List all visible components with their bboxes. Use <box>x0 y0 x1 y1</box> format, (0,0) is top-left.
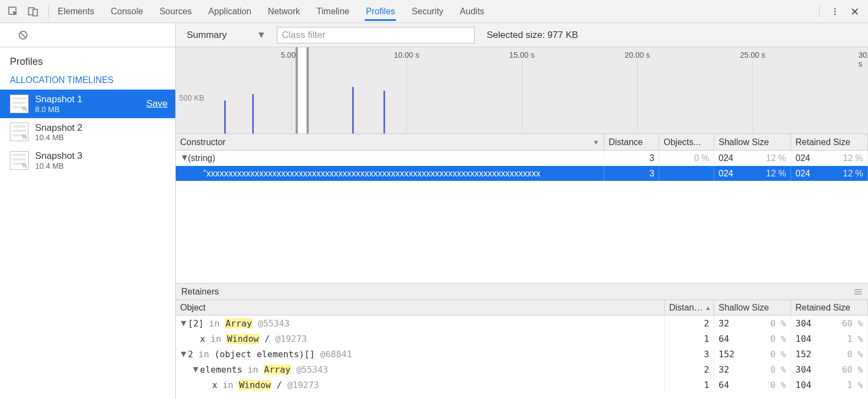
tab-audits[interactable]: Audits <box>459 2 485 21</box>
snapshot-name: Snapshot 1 <box>35 94 82 105</box>
snapshot-thumb-icon <box>10 95 29 113</box>
timeline-y-label: 500 KB <box>179 93 204 102</box>
device-toggle-icon[interactable] <box>25 4 41 19</box>
kebab-menu-icon[interactable] <box>827 4 843 19</box>
shallow-cell: 02412 % <box>714 151 791 165</box>
allocation-bar <box>224 101 226 134</box>
sort-indicator-icon: ▼ <box>593 138 599 146</box>
retainer-object: [2] in Array @55343 <box>188 318 290 329</box>
ret-distance-cell: 1 <box>665 377 714 392</box>
retainers-title: Retainers <box>176 284 868 300</box>
retainer-row[interactable]: ▼[2] in Array @553432320 %30460 % <box>176 315 868 331</box>
col-constructor[interactable]: Constructor▼ <box>176 134 604 150</box>
snapshot-thumb-icon <box>10 123 29 141</box>
drawer-menu-icon[interactable] <box>854 289 863 295</box>
selected-size-label: Selected size: 977 KB <box>487 30 578 41</box>
chevron-down-icon: ▼ <box>257 30 266 41</box>
col-retained[interactable]: Retained Size <box>791 134 868 150</box>
disclosure-triangle-icon[interactable]: ▼ <box>180 318 187 328</box>
retainer-row[interactable]: ▼2 in (object elements)[] @6884131520 %1… <box>176 346 868 362</box>
objects-cell <box>659 166 714 181</box>
ret-shallow-cell: 640 % <box>714 377 791 392</box>
ret-shallow-cell: 1520 % <box>714 346 791 362</box>
ret-shallow-cell: 640 % <box>714 331 791 346</box>
retainer-object: x in Window / @19273 <box>200 334 307 344</box>
retainer-object: 2 in (object elements)[] @68841 <box>188 349 352 359</box>
svg-point-4 <box>834 10 836 12</box>
snapshot-item[interactable]: Snapshot 3 10.4 MB <box>0 146 175 175</box>
retained-cell: 02412 % <box>791 166 868 181</box>
devtools-tabs: ElementsConsoleSourcesApplicationNetwork… <box>57 2 486 21</box>
ret-col-object[interactable]: Object <box>176 300 665 315</box>
tab-sources[interactable]: Sources <box>158 2 193 21</box>
ret-col-retained[interactable]: Retained Size <box>791 300 868 315</box>
ret-retained-cell: 1041 % <box>791 331 868 346</box>
svg-point-5 <box>834 13 836 15</box>
allocation-bar <box>352 87 354 134</box>
timeline-selection[interactable] <box>296 47 309 134</box>
close-icon[interactable] <box>847 4 863 19</box>
tab-network[interactable]: Network <box>266 2 301 21</box>
ret-retained-cell: 30460 % <box>791 315 868 331</box>
col-distance[interactable]: Distance <box>604 134 659 150</box>
snapshot-thumb-icon <box>10 151 29 170</box>
table-row[interactable]: ▼(string)30 %02412 %02412 % <box>176 151 868 166</box>
objects-cell: 0 % <box>659 151 714 165</box>
profiles-main: Summary ▼ Selected size: 977 KB 5.00 s10… <box>176 23 868 399</box>
retainer-row[interactable]: ▼elements in Array @553432320 %30460 % <box>176 362 868 377</box>
ret-shallow-cell: 320 % <box>714 315 791 331</box>
ret-distance-cell: 1 <box>665 331 714 346</box>
retainer-row[interactable]: x in Window / @192731640 %1041 % <box>176 331 868 346</box>
profiles-sidebar: Profiles ALLOCATION TIMELINES Snapshot 1… <box>0 23 176 399</box>
constructor-table-header: Constructor▼ Distance Objects... Shallow… <box>176 134 868 151</box>
clear-icon[interactable] <box>18 30 29 41</box>
retainers-pane: Retainers Object Distan…▲ Shallow Size R… <box>176 284 868 399</box>
snapshot-name: Snapshot 2 <box>35 123 82 134</box>
col-shallow[interactable]: Shallow Size <box>714 134 791 150</box>
col-objects[interactable]: Objects... <box>659 134 714 150</box>
ret-col-shallow[interactable]: Shallow Size <box>714 300 791 315</box>
disclosure-triangle-icon[interactable]: ▼ <box>192 364 199 374</box>
tab-application[interactable]: Application <box>207 2 252 21</box>
snapshot-name: Snapshot 3 <box>35 151 82 162</box>
snapshot-size: 10.4 MB <box>35 133 82 142</box>
ret-retained-cell: 1520 % <box>791 346 868 362</box>
ret-retained-cell: 1041 % <box>791 377 868 392</box>
profiles-toolbar: Summary ▼ Selected size: 977 KB <box>176 23 868 47</box>
class-filter-input[interactable] <box>277 27 475 43</box>
timeline-tick: 25.00 s <box>740 51 765 59</box>
retainers-header: Object Distan…▲ Shallow Size Retained Si… <box>176 300 868 315</box>
retained-cell: 02412 % <box>791 151 868 165</box>
snapshot-item[interactable]: Snapshot 1 8.0 MBSave <box>0 90 175 118</box>
svg-rect-2 <box>33 9 37 16</box>
ret-distance-cell: 2 <box>665 362 714 377</box>
allocation-bar <box>252 94 254 134</box>
inspect-icon[interactable] <box>5 4 21 19</box>
snapshot-item[interactable]: Snapshot 2 10.4 MB <box>0 118 175 147</box>
disclosure-triangle-icon[interactable]: ▼ <box>180 348 187 359</box>
constructor-label: "xxxxxxxxxxxxxxxxxxxxxxxxxxxxxxxxxxxxxxx… <box>203 169 541 179</box>
tab-profiles[interactable]: Profiles <box>365 2 396 21</box>
distance-cell: 3 <box>604 151 659 165</box>
allocation-timeline[interactable]: 5.00 s10.00 s15.00 s20.00 s25.00 s30.00 … <box>176 47 868 134</box>
snapshot-size: 8.0 MB <box>35 105 82 114</box>
retainer-object: x in Window / @19273 <box>212 380 319 390</box>
snapshot-save-link[interactable]: Save <box>146 98 168 109</box>
tabbar-separator <box>819 5 820 18</box>
table-row[interactable]: "xxxxxxxxxxxxxxxxxxxxxxxxxxxxxxxxxxxxxxx… <box>176 166 868 181</box>
view-select[interactable]: Summary ▼ <box>182 27 270 43</box>
tab-console[interactable]: Console <box>110 2 144 21</box>
retainer-object: elements in Array @55343 <box>200 364 328 375</box>
tab-timeline[interactable]: Timeline <box>315 2 350 21</box>
allocation-bar <box>383 91 385 134</box>
sidebar-tools <box>0 23 175 47</box>
ret-distance-cell: 3 <box>665 346 714 362</box>
tab-elements[interactable]: Elements <box>57 2 96 21</box>
ret-col-distance[interactable]: Distan…▲ <box>665 300 714 315</box>
distance-cell: 3 <box>604 166 659 181</box>
retainer-row[interactable]: x in Window / @192731640 %1041 % <box>176 377 868 392</box>
tab-security[interactable]: Security <box>410 2 444 21</box>
sidebar-subheading: ALLOCATION TIMELINES <box>0 73 175 90</box>
constructor-label: (string) <box>188 153 215 163</box>
disclosure-triangle-icon[interactable]: ▼ <box>180 153 187 163</box>
